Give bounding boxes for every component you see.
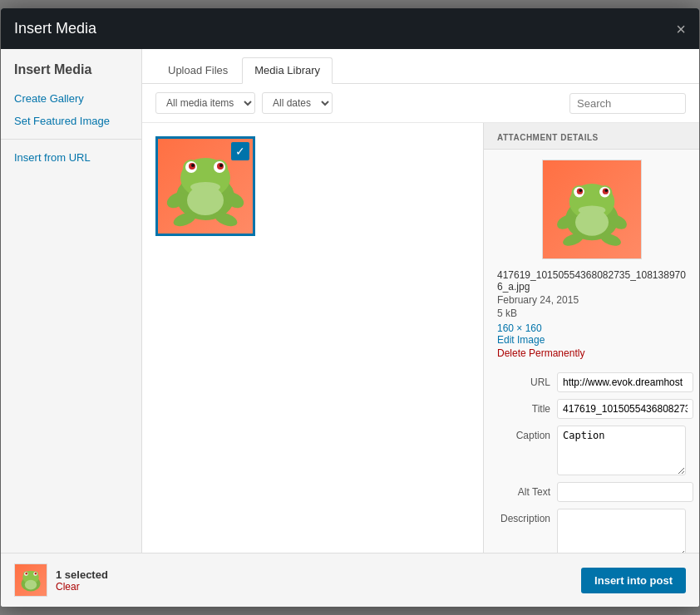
edit-image-link[interactable]: Edit Image bbox=[497, 334, 686, 346]
svg-point-11 bbox=[187, 185, 224, 215]
url-field-row: URL bbox=[497, 372, 686, 392]
search-input[interactable] bbox=[569, 93, 686, 114]
url-label: URL bbox=[497, 372, 557, 388]
filter-media-type[interactable]: All media items bbox=[155, 92, 255, 114]
selected-count: 1 selected bbox=[56, 568, 108, 581]
description-textarea[interactable] bbox=[557, 509, 686, 553]
file-name: 417619_10150554368082735_1081389706_a.jp… bbox=[497, 269, 686, 293]
details-thumbnail bbox=[484, 150, 699, 269]
svg-point-24 bbox=[579, 189, 582, 192]
sidebar: Insert Media Create Gallery Set Featured… bbox=[1, 49, 142, 553]
svg-point-27 bbox=[575, 209, 609, 236]
media-grid: ✓ bbox=[142, 123, 483, 553]
details-frog-image bbox=[550, 168, 633, 251]
svg-point-39 bbox=[35, 573, 37, 575]
file-dimensions-link[interactable]: 160 × 160 bbox=[497, 322, 686, 334]
title-field-row: Title bbox=[497, 399, 686, 419]
file-metadata: 417619_10150554368082735_1081389706_a.jp… bbox=[484, 269, 699, 366]
media-item-selected-check: ✓ bbox=[231, 142, 249, 160]
description-field-row: Description bbox=[497, 509, 686, 553]
sidebar-item-insert-from-url[interactable]: Insert from URL bbox=[1, 146, 141, 169]
footer-frog-thumb bbox=[16, 565, 46, 595]
url-input[interactable] bbox=[557, 372, 693, 392]
close-button[interactable]: × bbox=[676, 21, 686, 37]
modal-title: Insert Media bbox=[14, 20, 96, 37]
clear-selection-link[interactable]: Clear bbox=[56, 581, 108, 593]
modal-header: Insert Media × bbox=[1, 8, 699, 49]
footer-count-clear: 1 selected Clear bbox=[56, 568, 108, 593]
modal-footer: 1 selected Clear Insert into post bbox=[1, 553, 699, 607]
alt-text-input[interactable] bbox=[557, 482, 693, 502]
sidebar-item-create-gallery[interactable]: Create Gallery bbox=[1, 87, 141, 110]
svg-point-25 bbox=[604, 189, 608, 192]
insert-into-post-button[interactable]: Insert into post bbox=[581, 568, 686, 593]
svg-point-38 bbox=[25, 573, 27, 575]
media-toolbar: All media items All dates bbox=[142, 84, 699, 123]
details-thumb-img bbox=[542, 160, 642, 259]
attachment-details-panel: ATTACHMENT DETAILS bbox=[483, 123, 699, 553]
file-date: February 24, 2015 bbox=[497, 294, 686, 306]
title-label: Title bbox=[497, 399, 557, 415]
description-label: Description bbox=[497, 509, 557, 524]
tab-bar: Upload Files Media Library bbox=[142, 49, 699, 84]
file-size: 5 kB bbox=[497, 308, 686, 319]
svg-point-40 bbox=[25, 580, 37, 590]
alt-text-field-row: Alt Text bbox=[497, 482, 686, 502]
footer-selected-info: 1 selected Clear bbox=[14, 563, 108, 597]
caption-textarea[interactable]: Caption bbox=[557, 426, 686, 475]
media-item[interactable]: ✓ bbox=[155, 136, 255, 236]
sidebar-item-set-featured-image[interactable]: Set Featured Image bbox=[1, 110, 141, 132]
tab-upload-files[interactable]: Upload Files bbox=[155, 57, 240, 83]
tab-media-library[interactable]: Media Library bbox=[242, 57, 333, 84]
alt-text-label: Alt Text bbox=[497, 482, 557, 498]
insert-media-modal: Insert Media × Insert Media Create Galle… bbox=[1, 8, 699, 607]
modal-body: Insert Media Create Gallery Set Featured… bbox=[1, 49, 699, 553]
svg-point-8 bbox=[191, 164, 195, 167]
sidebar-title: Insert Media bbox=[1, 62, 141, 87]
filter-date[interactable]: All dates bbox=[262, 92, 333, 114]
sidebar-divider bbox=[1, 139, 141, 140]
title-input[interactable] bbox=[557, 399, 693, 419]
svg-point-9 bbox=[219, 164, 223, 167]
content-main: ✓ ATTACHMENT DETAILS bbox=[142, 123, 699, 553]
footer-thumbnail bbox=[14, 563, 47, 597]
caption-field-row: Caption Caption bbox=[497, 426, 686, 475]
attachment-fields: URL Title Caption Caption Alt Text bbox=[484, 366, 699, 553]
attachment-details-title: ATTACHMENT DETAILS bbox=[484, 123, 699, 150]
caption-label: Caption bbox=[497, 426, 557, 441]
content-area: Upload Files Media Library All media ite… bbox=[142, 49, 699, 553]
delete-image-link[interactable]: Delete Permanently bbox=[497, 347, 686, 359]
